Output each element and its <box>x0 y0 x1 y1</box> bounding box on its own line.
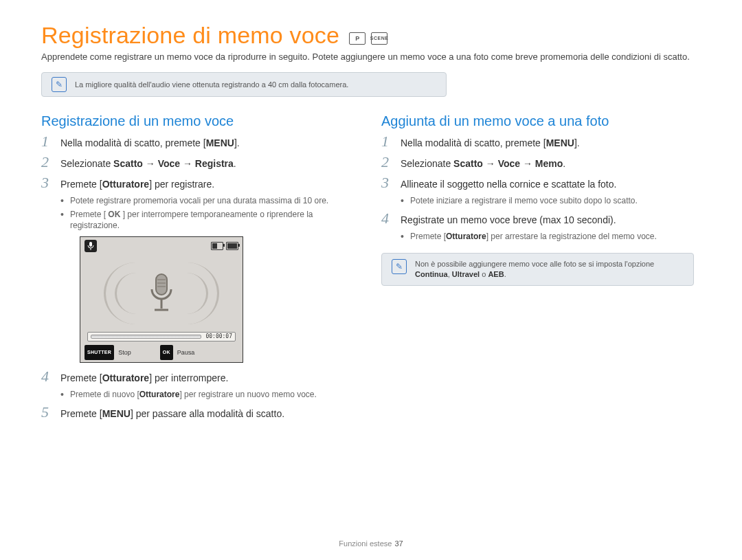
camera-topbar <box>85 241 238 251</box>
title-row: Registrazione di memo voce P SCENE <box>41 22 701 49</box>
mic-badge-icon <box>85 240 97 252</box>
note-icon: ✎ <box>392 259 407 274</box>
ok-label: Pausa <box>177 346 195 359</box>
scene-mode-icon: SCENE <box>371 32 387 45</box>
shutter-key: Otturatore <box>102 179 149 190</box>
battery-icon <box>226 242 238 250</box>
battery-row <box>211 242 238 250</box>
progress-track <box>91 335 201 339</box>
left-step-4-sub: Premete di nuovo [Otturatore] per regist… <box>60 389 354 400</box>
manual-page: Registrazione di memo voce P SCENE Appre… <box>0 0 742 560</box>
tip-box-top: La migliore qualità dell'audio viene ott… <box>41 72 447 97</box>
tip-text: La migliore qualità dell'audio viene ott… <box>75 80 348 89</box>
mode-icons: P SCENE <box>349 32 387 45</box>
tip-right-text: Non è possibile aggiungere memo voce all… <box>415 259 684 280</box>
tip-box-right: ✎ Non è possibile aggiungere memo voce a… <box>381 253 694 286</box>
page-title: Registrazione di memo voce <box>41 22 339 49</box>
left-step-3-sub2: Premete [ OK ] per interrompere temporan… <box>60 209 354 231</box>
ok-chip: OK <box>160 345 173 360</box>
left-column: Registrazione di un memo voce Nella moda… <box>41 113 354 427</box>
right-column: Aggiunta di un memo voce a una foto Nell… <box>381 113 694 427</box>
right-step-4: Registrate un memo voce breve (max 10 se… <box>381 213 694 242</box>
footer-label: Funzioni estese <box>339 539 392 548</box>
mic-graphic <box>80 259 243 328</box>
progress-time: 00:00:07 <box>205 330 232 344</box>
page-number: 37 <box>394 539 403 548</box>
svg-rect-0 <box>89 242 92 247</box>
right-step-3-sub: Potete iniziare a registrare il memo voc… <box>401 195 694 206</box>
right-step-2: Selezionate Scatto → Voce → Memo. <box>381 157 694 170</box>
right-heading: Aggiunta di un memo voce a una foto <box>381 113 694 129</box>
right-step-1: Nella modalità di scatto, premete [MENU]… <box>381 136 694 150</box>
camera-bottom-row: SHUTTER Stop OK Pausa <box>85 347 238 358</box>
progress-bar: 00:00:07 <box>87 332 236 341</box>
ok-key: OK <box>108 209 120 220</box>
left-heading: Registrazione di un memo voce <box>41 113 354 129</box>
right-steps: Nella modalità di scatto, premete [MENU]… <box>381 136 694 242</box>
page-footer: Funzioni estese37 <box>0 539 742 548</box>
left-step-4: Premete [Otturatore] per interrompere. P… <box>41 371 354 400</box>
left-step-5: Premete [MENU] per passare alla modalità… <box>41 407 354 421</box>
camera-mode-icon: P <box>349 32 366 45</box>
shutter-label: Stop <box>118 346 131 359</box>
shutter-chip: SHUTTER <box>85 345 114 360</box>
card-icon <box>211 242 223 250</box>
columns: Registrazione di un memo voce Nella moda… <box>41 113 701 427</box>
left-step-2: Selezionate Scatto → Voce → Registra. <box>41 157 354 170</box>
intro-text: Apprendete come registrare un memo voce … <box>41 52 701 63</box>
right-step-3: Allineate il soggetto nella cornice e sc… <box>381 177 694 206</box>
left-step-3: Premete [Otturatore] per registrare. Pot… <box>41 177 354 363</box>
left-steps: Nella modalità di scatto, premete [MENU]… <box>41 136 354 421</box>
note-icon <box>52 77 67 92</box>
right-step-4-sub: Premete [Otturatore] per arrestare la re… <box>401 231 694 242</box>
left-step-3-sub: Potete registrare promemoria vocali per … <box>60 195 354 231</box>
menu-key: MENU <box>206 136 234 150</box>
camera-screenshot: 00:00:07 SHUTTER Stop OK Pausa <box>80 236 243 363</box>
left-step-3-sub1: Potete registrare promemoria vocali per … <box>60 195 354 206</box>
left-step-1: Nella modalità di scatto, premete [MENU]… <box>41 136 354 150</box>
